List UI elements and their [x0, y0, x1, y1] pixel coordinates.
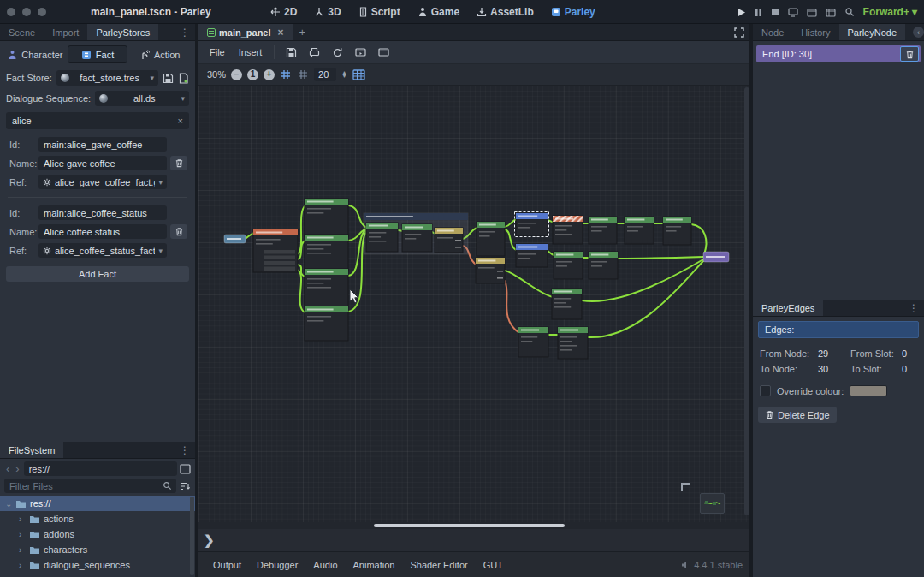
fact-store-dropdown[interactable]: fact_store.tres ▾	[56, 70, 158, 86]
snap-toggle-icon[interactable]	[280, 68, 292, 80]
tree-item-root[interactable]: ⌄ res://	[0, 496, 195, 511]
bottom-tab-debugger[interactable]: Debugger	[249, 560, 305, 570]
split-dock-icon[interactable]	[180, 464, 191, 474]
graph-node-jump[interactable]	[516, 244, 548, 267]
graph-node-end[interactable]	[703, 252, 729, 262]
fact-ref-dropdown[interactable]: alice_gave_coffee_fact.g ▾	[38, 175, 167, 189]
graph-node-dialogue[interactable]	[305, 199, 348, 237]
dock-menu-icon[interactable]: ⋮	[175, 24, 195, 40]
zoom-reset-button[interactable]: 1	[247, 69, 258, 80]
graph-node-start[interactable]	[224, 235, 246, 243]
graph-editor[interactable]	[198, 86, 749, 522]
clear-search-icon[interactable]: ×	[178, 116, 183, 126]
graph-node-dialogue[interactable]	[305, 306, 348, 341]
character-store-button[interactable]: Character	[6, 45, 65, 63]
tab-import[interactable]: Import	[44, 24, 87, 40]
movie-writer-icon[interactable]	[826, 8, 836, 17]
grid-size-spinner[interactable]: ▲▼	[341, 71, 347, 78]
sort-files-icon[interactable]	[180, 481, 191, 491]
fact-name-field[interactable]: Alice coffee status	[38, 224, 167, 239]
graph-node-dialogue[interactable]	[625, 217, 654, 244]
bottom-tab-audio[interactable]: Audio	[305, 560, 345, 570]
zoom-out-button[interactable]: −	[231, 69, 242, 80]
graph-canvas[interactable]	[198, 86, 749, 522]
fact-search-box[interactable]: alice ×	[6, 112, 189, 129]
fact-id-field[interactable]: main:alice_gave_coffee	[38, 137, 167, 152]
graph-node-dialogue[interactable]	[552, 288, 582, 319]
edges-section-header[interactable]: Edges:	[758, 321, 919, 338]
tab-parleynode[interactable]: ParleyNode	[839, 24, 905, 40]
filesystem-scrollbar[interactable]	[190, 497, 194, 575]
override-colour-swatch[interactable]	[850, 385, 887, 396]
expand-panel-icon[interactable]: ❯	[204, 532, 215, 548]
tree-item-characters[interactable]: › characters	[0, 542, 195, 557]
selected-node-header[interactable]: End [ID: 30]	[756, 45, 921, 62]
grid-toggle-icon[interactable]	[297, 68, 309, 80]
delete-fact-button[interactable]	[170, 156, 187, 170]
remote-debug-icon[interactable]	[788, 8, 798, 17]
graph-edge-orange[interactable]	[505, 281, 519, 333]
pause-button[interactable]	[755, 8, 762, 17]
zoom-in-button[interactable]: +	[264, 69, 275, 80]
action-store-button[interactable]: Action	[130, 45, 189, 63]
minimap-toggle-icon[interactable]	[352, 69, 365, 80]
graph-minimap[interactable]	[700, 493, 725, 514]
play-button[interactable]	[737, 8, 746, 17]
window-close-button[interactable]	[7, 8, 15, 16]
graph-horizontal-scrollbar[interactable]	[198, 522, 749, 529]
tab-parleystores[interactable]: ParleyStores	[87, 24, 158, 40]
tab-scene[interactable]: Scene	[0, 24, 44, 40]
filesystem-path-field[interactable]: res://	[24, 461, 177, 476]
bottom-tab-gut[interactable]: GUT	[476, 560, 511, 570]
workspace-game[interactable]: Game	[411, 0, 466, 24]
tree-item-addons[interactable]: › addons	[0, 526, 195, 542]
add-fact-button[interactable]: Add Fact	[6, 266, 189, 282]
override-colour-checkbox[interactable]	[760, 385, 771, 396]
expand-icon[interactable]: ›	[19, 515, 26, 524]
fact-store-button[interactable]: Fact	[68, 45, 128, 63]
speaker-icon[interactable]	[681, 561, 690, 569]
fact-ref-dropdown[interactable]: alice_coffee_status_fact. ▾	[38, 243, 167, 258]
collapse-icon[interactable]: ⌄	[5, 499, 12, 509]
dock-menu-icon[interactable]: ⋮	[175, 442, 195, 458]
tab-node[interactable]: Node	[753, 24, 792, 40]
history-forward-icon[interactable]: ›	[14, 462, 21, 475]
graph-node-dialogue[interactable]	[558, 327, 588, 359]
close-tab-icon[interactable]: ×	[278, 27, 284, 39]
new-fact-store-button[interactable]	[178, 73, 189, 84]
window-zoom-button[interactable]	[38, 8, 46, 16]
window-minimize-button[interactable]	[22, 8, 31, 16]
graph-node-dialogue[interactable]	[589, 252, 618, 279]
print-export-button[interactable]	[304, 47, 325, 58]
movie-maker-icon[interactable]	[807, 8, 817, 17]
graph-edge-green[interactable]	[618, 257, 703, 259]
bottom-tab-shader-editor[interactable]: Shader Editor	[402, 560, 475, 570]
tree-item-dialogue-sequences[interactable]: › dialogue_sequences	[0, 557, 195, 573]
file-menu[interactable]: File	[204, 47, 231, 57]
scrollbar-thumb[interactable]	[374, 524, 565, 527]
bottom-tab-output[interactable]: Output	[205, 560, 249, 570]
fact-id-field[interactable]: main:alice_coffee_status	[38, 205, 167, 220]
graph-node-dialogue[interactable]	[477, 222, 505, 256]
graph-edge-green[interactable]	[505, 229, 517, 250]
graph-node-jump[interactable]	[515, 212, 549, 237]
graph-node-condition[interactable]	[476, 258, 505, 283]
graph-edge-green[interactable]	[245, 233, 254, 239]
expand-icon[interactable]: ›	[19, 545, 26, 555]
expand-icon[interactable]: ›	[19, 530, 26, 539]
tree-item-actions[interactable]: › actions	[0, 511, 195, 526]
workspace-2d[interactable]: 2D	[264, 0, 304, 24]
filter-files-input[interactable]	[4, 479, 176, 493]
test-from-start-icon[interactable]	[373, 47, 394, 57]
fact-name-field[interactable]: Alice gave coffee	[38, 156, 167, 170]
graph-node-dialogue[interactable]	[402, 224, 432, 252]
tab-filesystem[interactable]: FileSystem	[0, 442, 63, 458]
workspace-assetlib[interactable]: AssetLib	[470, 0, 541, 24]
graph-node-dialogue[interactable]	[554, 252, 583, 279]
save-button[interactable]	[281, 47, 302, 58]
graph-node-match[interactable]	[253, 229, 298, 272]
expand-icon[interactable]: ›	[19, 561, 26, 570]
test-dialogue-icon[interactable]	[350, 47, 371, 57]
tab-history[interactable]: History	[792, 24, 838, 40]
reload-button[interactable]	[327, 47, 348, 58]
